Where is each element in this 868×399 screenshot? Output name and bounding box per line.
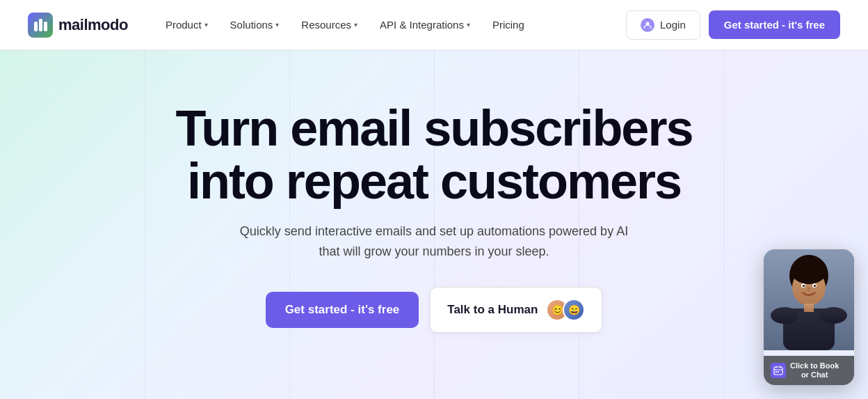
- chat-widget[interactable]: Click to Book or Chat: [764, 249, 854, 385]
- login-label: Login: [660, 19, 686, 31]
- hero-title: Turn email subscribers into repeat custo…: [176, 102, 693, 208]
- chat-widget-label: Click to Book or Chat: [790, 361, 839, 380]
- hero-title-line2: into repeat customers: [187, 153, 681, 209]
- nav-label-resources: Resources: [301, 19, 351, 31]
- chat-widget-person-area: [764, 249, 854, 350]
- get-started-hero-button[interactable]: Get started - it's free: [266, 292, 419, 328]
- svg-rect-2: [44, 22, 47, 31]
- svg-rect-17: [774, 367, 782, 375]
- svg-rect-18: [775, 371, 777, 373]
- svg-rect-0: [34, 22, 38, 31]
- svg-point-12: [807, 288, 810, 292]
- chat-label-area: Click to Book or Chat: [764, 356, 854, 385]
- svg-rect-19: [778, 371, 779, 373]
- user-icon: [641, 18, 654, 32]
- svg-point-10: [803, 285, 805, 287]
- person-illustration: [764, 249, 854, 350]
- svg-point-7: [791, 256, 827, 284]
- nav-label-solutions: Solutions: [230, 19, 273, 31]
- avatar-group: 😊 😄: [546, 299, 585, 321]
- cta-primary-bold: Get started: [285, 303, 348, 316]
- calendar-icon: [771, 363, 786, 378]
- hero-actions: Get started - it's free Talk to a Human …: [266, 287, 603, 333]
- hero-subtitle: Quickly send interactive emails and set …: [232, 221, 636, 262]
- nav-actions: Login Get started - it's free: [626, 10, 840, 40]
- chevron-down-icon: ▾: [354, 21, 357, 29]
- svg-rect-14: [804, 304, 814, 312]
- hero-section: Turn email subscribers into repeat custo…: [0, 50, 868, 399]
- logo-icon: [28, 13, 53, 38]
- grid-line: [145, 50, 145, 399]
- talk-human-button[interactable]: Talk to a Human 😊 😄: [430, 287, 602, 333]
- get-started-nav-button[interactable]: Get started - it's free: [709, 10, 840, 39]
- chevron-down-icon: ▾: [204, 21, 208, 29]
- navbar: mailmodo Product ▾ Solutions ▾ Resources…: [0, 0, 868, 50]
- chat-label-line1: Click to Book: [790, 361, 839, 370]
- logo[interactable]: mailmodo: [28, 13, 128, 38]
- nav-item-product[interactable]: Product ▾: [156, 13, 218, 36]
- nav-links: Product ▾ Solutions ▾ Resources ▾ API & …: [156, 13, 626, 36]
- svg-point-15: [771, 307, 798, 324]
- nav-label-product: Product: [166, 19, 202, 31]
- talk-human-label: Talk to a Human: [447, 303, 538, 317]
- chat-label-line2: or Chat: [801, 370, 828, 379]
- cta-primary-suffix: - it's free: [347, 303, 399, 316]
- avatar-2: 😄: [563, 299, 585, 321]
- grid-line: [723, 50, 724, 399]
- logo-text: mailmodo: [58, 16, 128, 34]
- login-button[interactable]: Login: [626, 10, 700, 40]
- svg-point-11: [814, 285, 816, 287]
- svg-point-16: [819, 307, 847, 324]
- nav-item-api-integrations[interactable]: API & Integrations ▾: [370, 13, 480, 36]
- nav-item-pricing[interactable]: Pricing: [483, 13, 534, 36]
- nav-label-pricing: Pricing: [492, 19, 524, 31]
- chevron-down-icon: ▾: [275, 21, 279, 29]
- nav-item-resources[interactable]: Resources ▾: [291, 13, 367, 36]
- hero-title-line1: Turn email subscribers: [176, 100, 693, 156]
- chevron-down-icon: ▾: [467, 21, 470, 29]
- get-started-nav-label: Get started - it's free: [724, 19, 825, 31]
- nav-item-solutions[interactable]: Solutions ▾: [220, 13, 289, 36]
- nav-label-api: API & Integrations: [380, 19, 464, 31]
- svg-rect-1: [39, 19, 42, 31]
